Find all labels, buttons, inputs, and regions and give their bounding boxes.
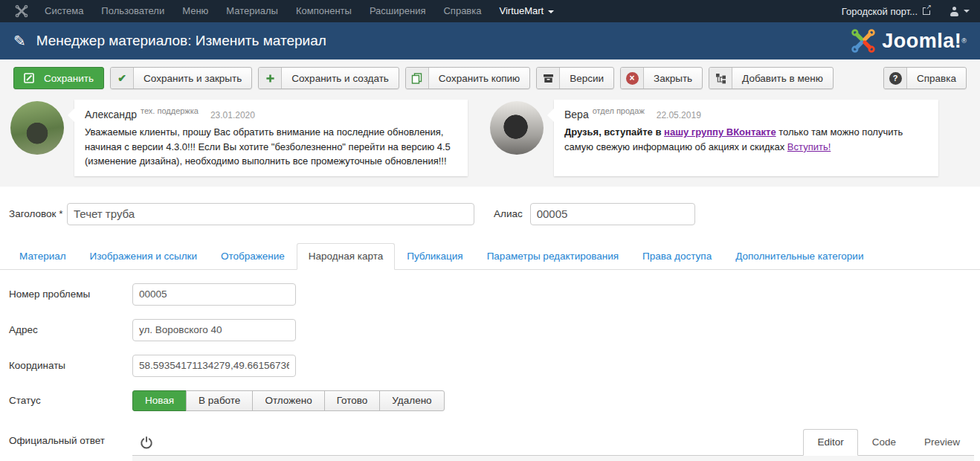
alias-input[interactable]: [530, 203, 695, 225]
menu-help[interactable]: Справка: [434, 0, 490, 22]
tab-images-links[interactable]: Изображения и ссылки: [78, 243, 209, 270]
help-label: Справка: [907, 68, 966, 88]
status-in-progress-button[interactable]: В работе: [186, 390, 253, 411]
vk-group-link[interactable]: нашу группу ВКонтакте: [664, 126, 776, 138]
menu-content[interactable]: Материалы: [217, 0, 287, 22]
author-role: тех. поддержка: [141, 106, 199, 115]
versions-label: Версии: [560, 68, 613, 88]
tab-preview[interactable]: Preview: [910, 429, 974, 456]
save-button-label: Сохранить: [34, 68, 103, 88]
versions-button[interactable]: Версии: [536, 67, 614, 89]
problem-number-label: Номер проблемы: [0, 288, 132, 300]
editor-container: Editor Code Preview ? ↶ ↷ B I U S: [132, 429, 974, 461]
author-name: Вера: [564, 109, 589, 120]
article-tabs: Материал Изображения и ссылки Отображени…: [0, 243, 980, 270]
sitemap-icon: [709, 68, 732, 88]
save-copy-label: Сохранить копию: [429, 68, 529, 88]
title-label: Заголовок *: [9, 208, 67, 219]
tab-publishing[interactable]: Публикация: [395, 243, 474, 270]
preview-site-link[interactable]: Городской порт... ↗: [842, 6, 930, 17]
save-new-button[interactable]: Сохранить и создать: [258, 67, 399, 89]
admin-topbar: Система Пользователи Меню Материалы Комп…: [0, 0, 980, 22]
save-new-label: Сохранить и создать: [282, 68, 399, 88]
copy-icon: [406, 68, 429, 88]
message-text: Уважаемые клиенты, прошу Вас обратить вн…: [85, 125, 457, 169]
message-date: 22.05.2019: [657, 110, 701, 120]
joomla-logo-icon: [851, 28, 876, 54]
status-label: Статус: [0, 395, 132, 406]
menu-system[interactable]: Система: [36, 0, 92, 22]
status-new-button[interactable]: Новая: [132, 390, 187, 411]
close-button[interactable]: × Закрыть: [620, 67, 703, 89]
tab-code[interactable]: Code: [858, 429, 910, 456]
check-icon: ✔: [111, 68, 134, 88]
announcement-support: Александртех. поддержка23.01.2020 Уважае…: [10, 100, 490, 176]
tab-public-map[interactable]: Народная карта: [297, 243, 395, 270]
question-icon: ?: [884, 68, 907, 88]
power-icon[interactable]: [140, 436, 153, 449]
coordinates-input[interactable]: [132, 355, 296, 377]
add-to-menu-button[interactable]: Добавить в меню: [709, 67, 834, 89]
tab-editor[interactable]: Editor: [803, 429, 857, 456]
cancel-icon: ×: [621, 68, 644, 88]
tab-extra-categories[interactable]: Дополнительные категории: [723, 243, 875, 270]
status-postponed-button[interactable]: Отложено: [252, 390, 324, 411]
problem-number-input[interactable]: [132, 283, 296, 306]
message-bubble: Александртех. поддержка23.01.2020 Уважае…: [74, 100, 468, 176]
menu-components[interactable]: Компоненты: [287, 0, 361, 22]
page-title: Менеджер материалов: Изменить материал: [36, 33, 326, 49]
brand-wordmark: Joomla!: [882, 30, 961, 53]
help-button[interactable]: ? Справка: [883, 67, 967, 89]
save-copy-button[interactable]: Сохранить копию: [405, 67, 530, 89]
author-role: отдел продаж: [593, 106, 645, 115]
status-deleted-button[interactable]: Удалено: [379, 390, 444, 411]
editor-toolbar: ? ↶ ↷ B I U S “ Форма: [132, 456, 974, 461]
tab-editing-options[interactable]: Параметры редактирования: [475, 243, 631, 270]
registered-mark: ®: [961, 37, 967, 45]
announcements: Александртех. поддержка23.01.2020 Уважае…: [0, 89, 980, 176]
plus-icon: [259, 68, 282, 88]
address-input[interactable]: [132, 319, 296, 341]
menu-menus[interactable]: Меню: [173, 0, 217, 22]
archive-icon: [537, 68, 560, 88]
user-icon: [950, 7, 959, 16]
save-button[interactable]: Сохранить: [13, 67, 104, 89]
tab-display[interactable]: Отображение: [209, 243, 297, 270]
message-text-bold: Друзья, вступайте в: [564, 126, 661, 138]
chevron-down-icon: [964, 10, 970, 13]
join-link[interactable]: Вступить!: [787, 141, 831, 152]
problem-number-row: Номер проблемы: [0, 283, 980, 306]
address-row: Адрес: [0, 319, 980, 341]
menu-virtuemart[interactable]: VirtueMart: [490, 0, 563, 22]
tab-material[interactable]: Материал: [7, 243, 78, 270]
menu-extensions[interactable]: Расширения: [361, 0, 435, 22]
save-close-label: Сохранить и закрыть: [134, 68, 251, 88]
official-answer-row: Официальный ответ Editor Code Preview ? …: [0, 429, 980, 461]
joomla-brand: Joomla!®: [851, 28, 967, 54]
user-menu[interactable]: [950, 7, 970, 16]
status-row: Статус Новая В работе Отложено Готово Уд…: [0, 390, 980, 411]
title-row: Заголовок * Алиас: [9, 203, 980, 225]
action-toolbar: Сохранить ✔ Сохранить и закрыть Сохранит…: [0, 67, 980, 89]
message-date: 23.01.2020: [210, 110, 255, 120]
announcement-sales: Вераотдел продаж22.05.2019 Друзья, вступ…: [490, 100, 970, 176]
joomla-mono-icon: [15, 4, 28, 18]
close-label: Закрыть: [644, 68, 702, 88]
coordinates-row: Координаты: [0, 355, 980, 377]
message-text: Друзья, вступайте в нашу группу ВКонтакт…: [564, 125, 928, 154]
editor-mode-tabs: Editor Code Preview: [803, 429, 974, 455]
alias-label: Алиас: [494, 208, 523, 219]
save-close-button[interactable]: ✔ Сохранить и закрыть: [110, 67, 252, 89]
author-name: Александр: [85, 109, 137, 120]
status-done-button[interactable]: Готово: [324, 390, 381, 411]
title-input[interactable]: [67, 203, 474, 225]
editor-header: Editor Code Preview: [132, 429, 974, 456]
pencil-icon: ✎: [13, 32, 26, 50]
external-link-icon: ↗: [923, 7, 930, 15]
avatar: [10, 101, 64, 155]
menu-users[interactable]: Пользователи: [92, 0, 173, 22]
save-icon: [14, 68, 34, 88]
tab-permissions[interactable]: Права доступа: [631, 243, 723, 270]
chevron-down-icon: [548, 10, 554, 13]
add-to-menu-label: Добавить в меню: [732, 68, 833, 88]
